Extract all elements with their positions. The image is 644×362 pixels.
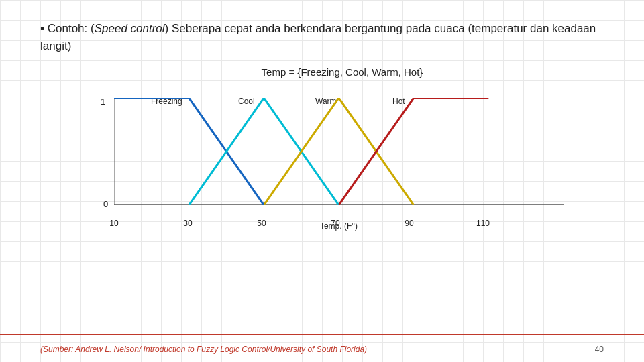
- cool-line: [189, 98, 339, 205]
- bullet-text: Contoh: (Speed control) Seberapa cepat a…: [40, 20, 604, 54]
- freezing-line: [114, 98, 264, 205]
- x-axis-title: Temp. (F°): [114, 221, 564, 231]
- footer-line: [0, 334, 644, 335]
- bullet-italic: Speed control: [95, 22, 165, 35]
- slide: Contoh: (Speed control) Seberapa cepat a…: [0, 0, 644, 362]
- slide-content: Contoh: (Speed control) Seberapa cepat a…: [40, 20, 604, 232]
- temp-label: Temp = {Freezing, Cool, Warm, Hot}: [80, 66, 604, 78]
- bullet-prefix: Contoh: (: [48, 22, 95, 35]
- chart-svg: [114, 98, 564, 205]
- y-label-1: 1: [101, 97, 105, 107]
- footer-text: (Sumber: Andrew L. Nelson/ Introduction …: [40, 345, 367, 354]
- chart-inner: Freezing Cool Warm Hot 1 0: [80, 84, 564, 232]
- hot-line: [339, 98, 488, 205]
- page-number: 40: [595, 345, 604, 354]
- chart-area: Freezing Cool Warm Hot 1 0: [80, 84, 564, 232]
- warm-line: [264, 98, 413, 205]
- y-label-0: 0: [103, 199, 108, 209]
